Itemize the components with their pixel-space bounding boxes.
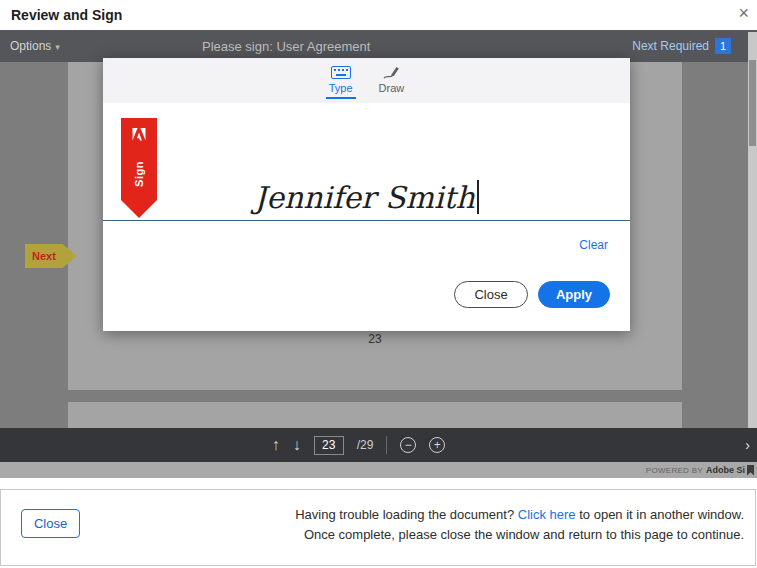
page-total-label: /29 xyxy=(357,438,374,452)
document-page-next xyxy=(68,402,682,428)
page-title: Review and Sign xyxy=(11,7,122,23)
page-number-label: 23 xyxy=(68,332,682,346)
page-up-button[interactable]: ↑ xyxy=(272,437,280,453)
tab-draw[interactable]: Draw xyxy=(376,65,408,97)
keyboard-icon xyxy=(331,65,351,80)
tab-draw-label: Draw xyxy=(379,82,405,94)
powered-by-strip: POWERED BY Adobe Si xyxy=(0,462,757,478)
pdf-toolbar: ↑ ↓ /29 − + › xyxy=(0,428,757,462)
dialog-buttons: Close Apply xyxy=(454,281,610,308)
signature-tabbar: Type Draw xyxy=(103,58,630,103)
powered-by-label: POWERED BY xyxy=(646,466,703,475)
document-title: Please sign: User Agreement xyxy=(202,39,370,54)
help-text: Having trouble loading the document? Cli… xyxy=(295,505,744,545)
help-text-before: Having trouble loading the document? xyxy=(295,507,514,522)
apply-button[interactable]: Apply xyxy=(538,281,610,308)
clear-link[interactable]: Clear xyxy=(579,238,608,252)
scrollbar-thumb[interactable] xyxy=(749,60,756,146)
toolbar-divider xyxy=(386,436,387,454)
zoom-in-button[interactable]: + xyxy=(429,437,445,453)
signature-input[interactable]: Jennifer Smith xyxy=(103,180,630,215)
click-here-link[interactable]: Click here xyxy=(518,507,576,522)
next-required-label: Next Required xyxy=(632,39,709,53)
footer-close-button[interactable]: Close xyxy=(21,509,80,538)
signature-dialog: Type Draw Sign Jennifer Smith Clear Clos… xyxy=(103,58,630,331)
footer-panel: Close Having trouble loading the documen… xyxy=(0,489,756,566)
close-icon[interactable]: × xyxy=(738,3,749,24)
tab-type[interactable]: Type xyxy=(326,65,356,99)
tab-type-label: Type xyxy=(329,82,353,94)
options-menu[interactable]: Options▾ xyxy=(10,39,60,53)
text-caret xyxy=(477,180,479,214)
pen-icon xyxy=(382,65,401,80)
scrollbar[interactable] xyxy=(748,32,757,428)
pdf-nav-controls: ↑ ↓ /29 − + xyxy=(272,436,446,455)
dialog-close-button[interactable]: Close xyxy=(454,281,528,308)
options-label: Options xyxy=(10,39,51,53)
page-number-input[interactable] xyxy=(314,436,344,455)
chevron-down-icon: ▾ xyxy=(55,42,60,52)
adobe-logo-icon xyxy=(132,127,146,145)
document-viewer: 23 Next Type Draw Si xyxy=(0,62,748,428)
signature-area: Sign Jennifer Smith xyxy=(103,103,630,221)
brand-name: Adobe Si xyxy=(706,465,745,475)
corner-flag-icon xyxy=(747,465,754,476)
help-text-after: to open it in another window. xyxy=(579,507,744,522)
signature-value: Jennifer Smith xyxy=(254,180,475,215)
next-required-indicator: Next Required 1 xyxy=(632,38,731,54)
toolbar-expand-chevron[interactable]: › xyxy=(745,437,750,453)
window-titlebar: Review and Sign × xyxy=(0,0,757,30)
next-field-tab-label: Next xyxy=(32,250,56,262)
help-text-line2: Once complete, please close the window a… xyxy=(304,527,744,542)
page-down-button[interactable]: ↓ xyxy=(293,437,301,453)
next-required-badge: 1 xyxy=(715,38,731,54)
zoom-out-button[interactable]: − xyxy=(400,437,416,453)
